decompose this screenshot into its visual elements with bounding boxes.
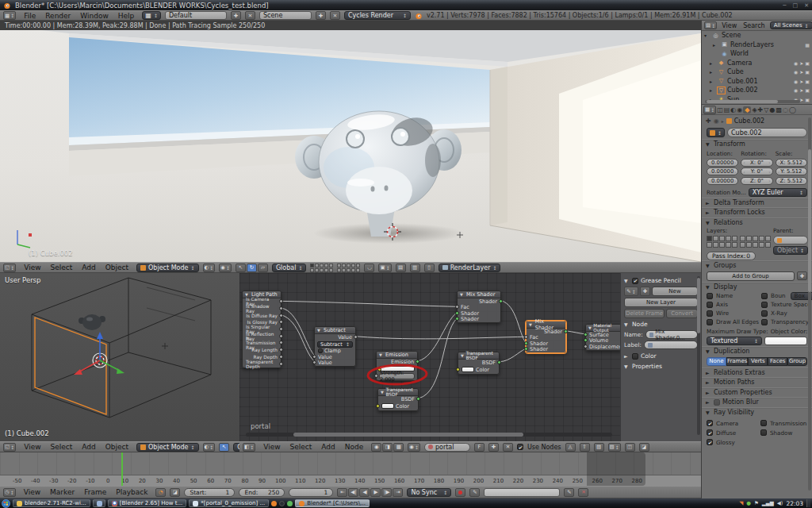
pivot-point-select[interactable]: ◉↕: [219, 264, 232, 272]
transform-locks-panel-header[interactable]: ►Transform Locks: [702, 207, 812, 217]
paste-icon[interactable]: ◪: [639, 443, 649, 452]
tab-render[interactable]: ◫: [717, 106, 723, 114]
ray-visibility-row[interactable]: Diffuse: [707, 428, 758, 437]
display-panel-header[interactable]: ▼Display: [702, 282, 812, 292]
render-opengl-icon[interactable]: ▤: [396, 264, 406, 272]
current-frame-field[interactable]: 1: [289, 488, 333, 497]
input-socket[interactable]: [524, 335, 528, 339]
menu-item[interactable]: View: [20, 488, 44, 496]
scale-field[interactable]: X: 5.512: [776, 159, 807, 167]
custom-properties-panel-header[interactable]: ►Custom Properties: [702, 387, 812, 398]
node-transparent-bsdf-1[interactable]: ▼Transparent BSDF BSDF Color: [377, 388, 419, 411]
app-tray-icon[interactable]: [279, 501, 285, 506]
tab-render-layers[interactable]: ▤: [724, 106, 730, 114]
checkbox-icon[interactable]: [707, 420, 713, 426]
properties-panel-header[interactable]: ▼Properties: [624, 361, 698, 371]
lock-camera-icon[interactable]: ▯: [424, 264, 435, 272]
delete-frame-button[interactable]: Delete Frame: [624, 309, 665, 318]
rotation-field[interactable]: Y: 0°: [741, 167, 772, 175]
tab-editor-icon[interactable]: ▦↕: [703, 106, 716, 114]
copy-icon[interactable]: ◫: [625, 443, 635, 452]
tab-material[interactable]: ●: [769, 106, 775, 114]
transform-manipulator[interactable]: [74, 332, 124, 375]
menu-item[interactable]: View: [20, 443, 44, 451]
ray-visibility-row[interactable]: Shadow: [760, 428, 807, 437]
fake-user-button[interactable]: F: [474, 443, 485, 452]
checkbox-icon[interactable]: [632, 278, 638, 284]
maximize-button[interactable]: □: [793, 2, 799, 9]
material-name-field[interactable]: portal: [424, 443, 470, 452]
pencil-tool-icon[interactable]: ✎↕: [624, 287, 638, 296]
display-option-row[interactable]: Wire: [707, 309, 759, 318]
checkbox-icon[interactable]: [632, 353, 638, 360]
outliner-row-cube[interactable]: ▸▽Cube◉➤▣: [702, 67, 812, 77]
output-socket[interactable]: [416, 360, 419, 364]
tab-physics[interactable]: ◯: [789, 106, 796, 114]
mode-select[interactable]: Object Mode↕: [136, 443, 198, 452]
clamp-checkbox[interactable]: [318, 348, 323, 353]
playback-range-icon[interactable]: ◔: [155, 488, 166, 497]
object-name-field[interactable]: Cube.002: [727, 128, 807, 137]
duplication-faces-button[interactable]: Faces: [768, 357, 787, 366]
duplication-verts-button[interactable]: Verts: [748, 357, 768, 366]
node-output-row[interactable]: Ray Length: [243, 347, 281, 354]
checkbox-icon[interactable]: [707, 439, 713, 445]
menu-item[interactable]: View: [259, 443, 284, 451]
render-icon[interactable]: ▣: [805, 69, 810, 75]
minimize-button[interactable]: ─: [783, 2, 786, 9]
ray-visibility-row[interactable]: Camera: [707, 418, 758, 428]
layers-widget[interactable]: [707, 236, 771, 248]
select-icon[interactable]: ➤: [799, 87, 803, 93]
tab-texture[interactable]: ▩: [776, 106, 782, 114]
menu-item[interactable]: Add: [78, 264, 99, 271]
node-output-row[interactable]: Is Shadow Ray: [243, 306, 281, 313]
output-socket[interactable]: [499, 299, 503, 303]
editor-type-icon[interactable]: ◱↕: [3, 264, 16, 272]
input-socket[interactable]: [312, 355, 316, 359]
shader-tree-icon[interactable]: ◉: [371, 443, 381, 452]
input-socket[interactable]: [456, 368, 460, 371]
prev-keyframe-button[interactable]: ◀|: [348, 488, 358, 497]
timeline[interactable]: -50-40-30-20-100102030405060708090100110…: [0, 452, 701, 486]
layers-widget-2[interactable]: [337, 264, 360, 272]
location-field[interactable]: 0.00000: [707, 159, 738, 167]
editor-type-icon[interactable]: ◷↕: [3, 488, 16, 497]
checkbox-icon[interactable]: [760, 429, 767, 436]
manipulator-rotate-icon[interactable]: ↻: [247, 264, 257, 272]
close-button[interactable]: ✕: [804, 2, 809, 9]
manipulator-scale-icon[interactable]: ▱: [258, 264, 268, 272]
current-frame-marker[interactable]: [121, 452, 123, 486]
collapse-icon[interactable]: ▼: [588, 325, 592, 330]
tab-data[interactable]: ▽: [764, 106, 768, 114]
end-frame-field[interactable]: End:250: [239, 488, 285, 497]
tab-scene[interactable]: ◐: [730, 106, 736, 114]
add-to-group-button[interactable]: Add to Group: [707, 271, 795, 281]
object-color-swatch[interactable]: [764, 337, 807, 345]
input-socket[interactable]: [584, 333, 588, 337]
select-icon[interactable]: ➤: [799, 97, 803, 102]
display-filter-select[interactable]: All Scenes↕: [770, 21, 812, 29]
collapse-icon[interactable]: ▼: [317, 328, 322, 333]
rotation-field[interactable]: Z: 0°: [741, 177, 772, 185]
input-socket[interactable]: [524, 347, 528, 351]
outliner-row-world[interactable]: ◉World: [702, 49, 812, 59]
ray-visibility-panel-header[interactable]: ▼Ray Visibility: [702, 407, 812, 418]
properties-scrollbar[interactable]: [808, 117, 811, 491]
node-label-field[interactable]: [644, 341, 698, 349]
menu-item[interactable]: Help: [114, 12, 139, 20]
rotation-field[interactable]: X: 0°: [741, 159, 772, 167]
hide-icon[interactable]: ◉: [794, 79, 798, 84]
taskbar-button-folder[interactable]: blender-2.71-RC2-wi...: [13, 499, 90, 507]
menu-item[interactable]: Select: [47, 443, 77, 451]
titlebar[interactable]: Blender* [C:\Users\Marcin\Documents\BLEN…: [0, 0, 812, 10]
render-icon[interactable]: ▣: [805, 87, 810, 93]
node-subtract[interactable]: ▼Subtract Value Subtract↕ Clamp Value Va…: [314, 326, 356, 367]
menu-item[interactable]: View: [20, 264, 44, 271]
menu-item[interactable]: Select: [286, 443, 316, 451]
render-icon[interactable]: ▣: [805, 79, 810, 84]
render-icon[interactable]: ▣: [805, 60, 810, 66]
add-material-button[interactable]: ✚: [488, 443, 499, 452]
checkbox-icon[interactable]: [707, 429, 713, 436]
color-swatch[interactable]: [462, 367, 474, 372]
outliner-row-cube002-active[interactable]: ▸▽Cube.002◉➤▣: [702, 86, 812, 95]
